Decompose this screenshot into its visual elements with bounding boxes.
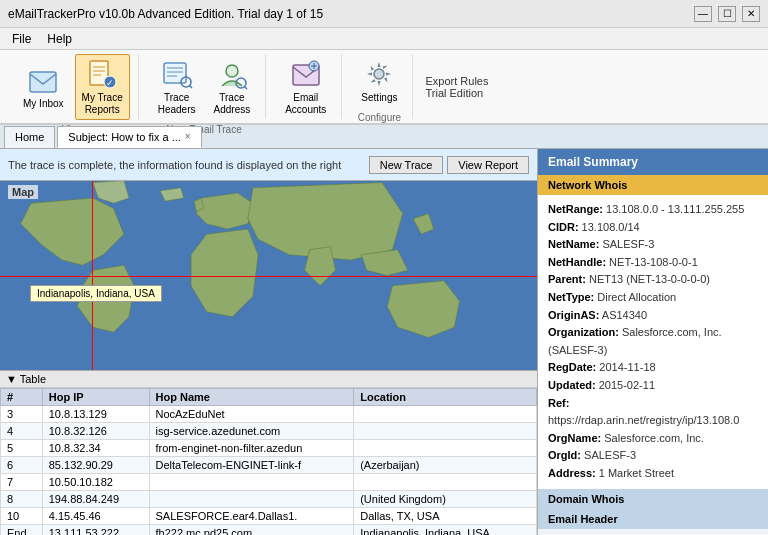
table-row[interactable]: 8194.88.84.249(United Kingdom) (1, 491, 537, 508)
tab-home[interactable]: Home (4, 126, 55, 148)
cell-location (354, 474, 537, 491)
table-row[interactable]: 310.8.13.129NocAzEduNet (1, 406, 537, 423)
domain-whois-header[interactable]: Domain Whois (538, 489, 768, 509)
view-report-button[interactable]: View Report (447, 156, 529, 174)
menu-file[interactable]: File (4, 30, 39, 48)
cell-location: (United Kingdom) (354, 491, 537, 508)
table-row[interactable]: 410.8.32.126isg-service.azedunet.com (1, 423, 537, 440)
col-header-location: Location (354, 389, 537, 406)
table-row[interactable]: End13.111.53.222fh222.mc.pd25.comIndiana… (1, 525, 537, 536)
cell-name: NocAzEduNet (149, 406, 354, 423)
tab-close-icon[interactable]: × (185, 131, 191, 142)
toolbar: My Inbox ✓ My TraceReports View (0, 50, 768, 125)
email-accounts-label: EmailAccounts (285, 92, 326, 116)
svg-line-12 (189, 86, 192, 89)
whois-field-orgid: OrgId: SALESF-3 (548, 447, 758, 465)
cell-location (354, 423, 537, 440)
cell-location: Dallas, TX, USA (354, 508, 537, 525)
right-panel: Email Summary Network Whois NetRange: 13… (538, 149, 768, 535)
menu-help[interactable]: Help (39, 30, 80, 48)
cell-ip: 10.8.13.129 (42, 406, 149, 423)
cell-ip: 10.50.10.182 (42, 474, 149, 491)
right-scroll-area[interactable]: Network Whois NetRange: 13.108.0.0 - 13.… (538, 175, 768, 535)
svg-text:✓: ✓ (106, 78, 114, 88)
cell-name: from-enginet-non-filter.azedun (149, 440, 354, 457)
my-inbox-button[interactable]: My Inbox (16, 60, 71, 114)
whois-field-netname: NetName: SALESF-3 (548, 236, 758, 254)
whois-field-parent: Parent: NET13 (NET-13-0-0-0-0) (548, 271, 758, 289)
map-area: Map (0, 181, 537, 370)
cell-ip: 194.88.84.249 (42, 491, 149, 508)
whois-field-regdate: RegDate: 2014-11-18 (548, 359, 758, 377)
cell-location: Indianapolis, Indiana, USA (354, 525, 537, 536)
email-header-section: Email Header (538, 509, 768, 529)
trace-address-button[interactable]: TraceAddress (207, 54, 258, 120)
cell-name: isg-service.azedunet.com (149, 423, 354, 440)
cell-name: SALESFORCE.ear4.Dallas1. (149, 508, 354, 525)
toolbar-right-info: Export Rules Trial Edition (417, 54, 496, 119)
tab-email-label: Subject: How to fix a ... (68, 131, 181, 143)
network-whois-content: NetRange: 13.108.0.0 - 13.111.255.255CID… (538, 195, 768, 489)
cell-ip: 85.132.90.29 (42, 457, 149, 474)
whois-field-ref: Ref: https://rdap.arin.net/registry/ip/1… (548, 395, 758, 430)
cell-num: 6 (1, 457, 43, 474)
col-header-ip: Hop IP (42, 389, 149, 406)
maximize-button[interactable]: ☐ (718, 6, 736, 22)
trace-address-label: TraceAddress (214, 92, 251, 116)
whois-field-nethandle: NetHandle: NET-13-108-0-0-1 (548, 254, 758, 272)
my-trace-reports-button[interactable]: ✓ My TraceReports (75, 54, 130, 120)
table-row[interactable]: 510.8.32.34from-enginet-non-filter.azedu… (1, 440, 537, 457)
cell-location: (Azerbaijan) (354, 457, 537, 474)
toolbar-group-configure: Settings Configure (346, 54, 413, 119)
map-label: Map (8, 185, 38, 199)
world-map (0, 181, 537, 370)
cell-ip: 10.8.32.34 (42, 440, 149, 457)
svg-rect-0 (30, 72, 56, 92)
trace-headers-button[interactable]: TraceHeaders (151, 54, 203, 120)
main-area: The trace is complete, the information f… (0, 149, 768, 535)
cell-location (354, 406, 537, 423)
whois-field-originas: OriginAS: AS14340 (548, 307, 758, 325)
inbox-label: My Inbox (23, 98, 64, 110)
toolbar-group-newtrace: TraceHeaders TraceAddress New Email Trac… (143, 54, 267, 119)
whois-field-updated: Updated: 2015-02-11 (548, 377, 758, 395)
cell-name: fh222.mc.pd25.com (149, 525, 354, 536)
inbox-icon (27, 64, 59, 96)
domain-whois-section: Domain Whois (538, 489, 768, 509)
cell-num: 8 (1, 491, 43, 508)
tab-bar: Home Subject: How to fix a ... × (0, 125, 768, 149)
new-trace-button[interactable]: New Trace (369, 156, 444, 174)
email-accounts-button[interactable]: EmailAccounts (278, 54, 333, 120)
minimize-button[interactable]: — (694, 6, 712, 22)
trace-reports-label: My TraceReports (82, 92, 123, 116)
table-row[interactable]: 104.15.45.46SALESFORCE.ear4.Dallas1.Dall… (1, 508, 537, 525)
table-container[interactable]: # Hop IP Hop Name Location 310.8.13.129N… (0, 388, 537, 535)
trace-headers-icon (161, 58, 193, 90)
svg-rect-7 (164, 63, 186, 83)
tab-email[interactable]: Subject: How to fix a ... × (57, 126, 201, 148)
tab-home-label: Home (15, 131, 44, 143)
app-title: eMailTrackerPro v10.0b Advanced Edition.… (8, 7, 323, 21)
network-whois-section: Network Whois NetRange: 13.108.0.0 - 13.… (538, 175, 768, 489)
cell-ip: 4.15.45.46 (42, 508, 149, 525)
configure-group-label: Configure (358, 110, 401, 123)
close-button[interactable]: ✕ (742, 6, 760, 22)
email-header-header[interactable]: Email Header (538, 509, 768, 529)
cell-num: 4 (1, 423, 43, 440)
trace-headers-label: TraceHeaders (158, 92, 196, 116)
email-icon (290, 58, 322, 90)
table-row[interactable]: 685.132.90.29DeltaTelecom-ENGINET-link-f… (1, 457, 537, 474)
col-header-num: # (1, 389, 43, 406)
email-buttons: EmailAccounts (278, 54, 333, 120)
status-message: The trace is complete, the information f… (8, 159, 341, 171)
table-toggle[interactable]: ▼ Table (0, 371, 537, 388)
whois-field-organization: Organization: Salesforce.com, Inc. (SALE… (548, 324, 758, 359)
left-panel: The trace is complete, the information f… (0, 149, 538, 535)
status-bar: The trace is complete, the information f… (0, 149, 537, 181)
cell-ip: 13.111.53.222 (42, 525, 149, 536)
network-whois-header[interactable]: Network Whois (538, 175, 768, 195)
export-rules-label: Export Rules (425, 75, 488, 87)
cell-num: End (1, 525, 43, 536)
settings-button[interactable]: Settings (354, 54, 404, 108)
table-row[interactable]: 710.50.10.182 (1, 474, 537, 491)
